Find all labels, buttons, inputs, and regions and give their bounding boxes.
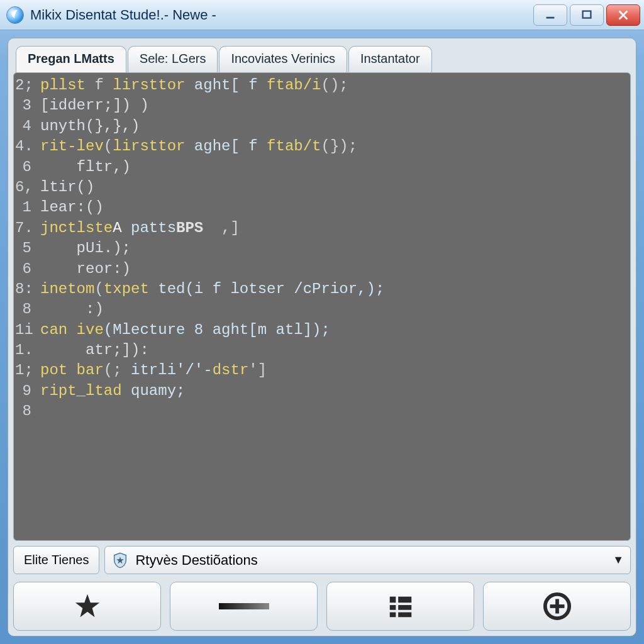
- code-line[interactable]: jnctlsteA pattsBPS ,]: [40, 218, 625, 238]
- line-number: 6: [15, 157, 31, 177]
- line-gutter: 2;344.66,17.568:81i1.1;98: [14, 73, 35, 540]
- plus-icon: [543, 592, 572, 621]
- line-button[interactable]: [170, 582, 318, 631]
- editor-frame: 2;344.66,17.568:81i1.1;98 pllst f lirstt…: [13, 72, 631, 541]
- svg-rect-6: [398, 605, 411, 610]
- tab-sele-lgers[interactable]: Sele: LGers: [128, 46, 218, 72]
- destinations-dropdown[interactable]: Rtyvès Destiõations ▼: [104, 546, 631, 574]
- bars-icon: [386, 592, 415, 621]
- window-title: Mikix Disentat Stude!.- Newe -: [30, 7, 531, 23]
- close-icon: [616, 8, 630, 22]
- bars-button[interactable]: [326, 582, 474, 631]
- window-body: Pregan LMatts Sele: LGers Incoviates Ver…: [8, 38, 636, 636]
- svg-rect-8: [398, 613, 411, 618]
- line-number: 7.: [15, 218, 31, 238]
- line-number: 2;: [15, 75, 31, 96]
- line-number: 1.: [15, 340, 31, 360]
- tab-incoviates-verinics[interactable]: Incoviates Verinics: [219, 46, 347, 72]
- maximize-button[interactable]: [570, 4, 604, 26]
- svg-rect-4: [398, 597, 411, 603]
- minimize-icon: [543, 8, 557, 22]
- titlebar: Mikix Disentat Stude!.- Newe -: [0, 0, 644, 30]
- plus-button[interactable]: [483, 582, 631, 631]
- line-number: 5: [15, 238, 31, 258]
- line-number: 3: [15, 96, 31, 116]
- svg-rect-7: [389, 613, 396, 618]
- window-controls: [531, 4, 640, 26]
- code-line[interactable]: pot bar(; itrli'/'-dstr']: [40, 360, 625, 380]
- code-line[interactable]: inetom(txpet ted(i f lotser /cPrior,);: [40, 279, 625, 299]
- svg-rect-1: [583, 11, 591, 18]
- svg-rect-3: [389, 597, 396, 603]
- tabstrip: Pregan LMatts Sele: LGers Incoviates Ver…: [13, 43, 631, 72]
- line-number: 1: [15, 197, 31, 218]
- line-number: 8: [15, 401, 31, 421]
- code-line[interactable]: fltr,): [40, 157, 625, 177]
- toolbar: [13, 582, 631, 631]
- maximize-icon: [580, 8, 594, 22]
- line-number: 8: [15, 299, 31, 319]
- dropdown-value: Rtyvès Destiõations: [135, 552, 257, 569]
- code-line[interactable]: reor:): [40, 259, 625, 279]
- line-number: 1;: [15, 360, 31, 380]
- filter-bar: Elite Tienes Rtyvès Destiõations ▼: [13, 546, 631, 574]
- code-line[interactable]: can ive(Mlecture 8 aght[m atl]);: [40, 320, 625, 340]
- svg-rect-5: [389, 605, 396, 610]
- chevron-down-icon: ▼: [613, 553, 624, 567]
- app-icon: [6, 6, 24, 24]
- code-line[interactable]: pllst f lirsttor aght[ f ftab/i();: [40, 75, 625, 96]
- line-number: 4: [15, 116, 31, 136]
- star-icon: [73, 592, 102, 621]
- code-line[interactable]: lear:(): [40, 197, 625, 218]
- svg-rect-11: [550, 604, 564, 608]
- shield-star-icon: [111, 552, 129, 569]
- code-line[interactable]: atr;]):: [40, 340, 625, 360]
- line-number: 4.: [15, 136, 31, 157]
- line-number: 9: [15, 381, 31, 401]
- line-number: 1i: [15, 320, 31, 340]
- code-line[interactable]: ript_ltad quamy;: [40, 381, 625, 401]
- svg-rect-0: [547, 16, 555, 18]
- tab-pregan-lmatts[interactable]: Pregan LMatts: [16, 46, 126, 72]
- minimize-button[interactable]: [533, 4, 567, 26]
- code-line[interactable]: [idderr;]) ): [40, 96, 625, 116]
- close-button[interactable]: [606, 4, 640, 26]
- line-icon: [216, 600, 272, 613]
- line-number: 6: [15, 259, 31, 279]
- code-line[interactable]: unyth(},},): [40, 116, 625, 136]
- code-area[interactable]: pllst f lirsttor aght[ f ftab/i();[idder…: [35, 73, 630, 540]
- code-editor[interactable]: 2;344.66,17.568:81i1.1;98 pllst f lirstt…: [14, 73, 630, 540]
- star-button[interactable]: [13, 582, 161, 631]
- code-line[interactable]: :): [40, 299, 625, 319]
- code-line[interactable]: [40, 401, 625, 421]
- tab-instantator[interactable]: Instantator: [348, 46, 432, 72]
- code-line[interactable]: ltir(): [40, 177, 625, 197]
- code-line[interactable]: pUi.);: [40, 238, 625, 258]
- svg-rect-2: [219, 603, 269, 609]
- code-line[interactable]: rit-lev(lirsttor aghe[ f ftab/t(});: [40, 136, 625, 157]
- line-number: 6,: [15, 177, 31, 197]
- filter-label: Elite Tienes: [13, 546, 99, 574]
- line-number: 8:: [15, 279, 31, 299]
